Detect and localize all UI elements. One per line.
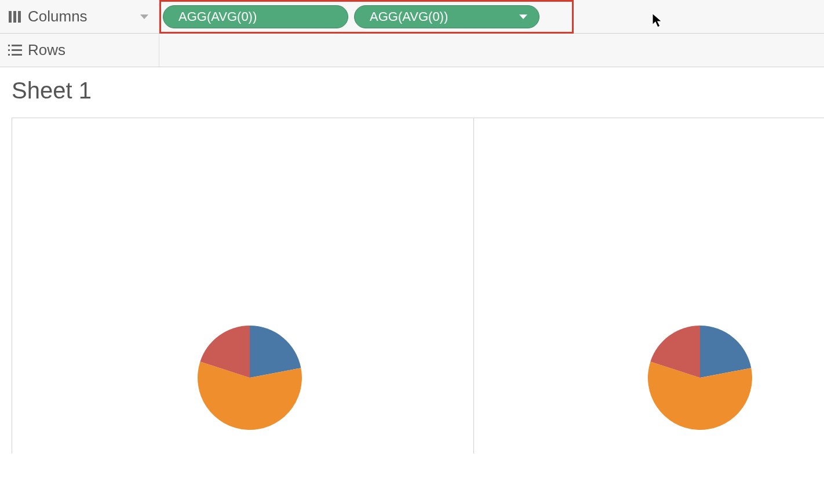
pill-agg-avg-0[interactable]: AGG(AVG(0)) [354, 5, 539, 28]
svg-rect-7 [8, 54, 10, 56]
viz-row [12, 118, 824, 454]
rows-shelf-label: Rows [28, 41, 65, 59]
rows-icon [8, 43, 22, 57]
cursor-icon [652, 13, 665, 31]
pie-chart[interactable] [198, 326, 302, 430]
svg-rect-1 [13, 11, 16, 23]
columns-shelf: Columns AGG(AVG(0)) AGG(AVG(0)) [0, 0, 824, 34]
pill-label: AGG(AVG(0)) [178, 9, 257, 24]
sheet-area: Sheet 1 [0, 67, 824, 454]
viz-pane-1[interactable] [12, 118, 473, 454]
columns-pill-zone[interactable]: AGG(AVG(0)) AGG(AVG(0)) [159, 0, 824, 33]
svg-rect-8 [12, 54, 22, 56]
rows-shelf-label-zone[interactable]: Rows [0, 34, 159, 67]
pill-agg-avg-0[interactable]: AGG(AVG(0)) [163, 5, 348, 28]
columns-icon [8, 10, 22, 24]
svg-rect-0 [9, 11, 12, 23]
columns-shelf-label-zone[interactable]: Columns [0, 0, 159, 33]
svg-rect-2 [18, 11, 21, 23]
sheet-title[interactable]: Sheet 1 [12, 78, 824, 104]
svg-rect-3 [8, 45, 10, 46]
chevron-down-icon[interactable] [519, 14, 527, 19]
svg-rect-5 [8, 49, 10, 51]
pill-label: AGG(AVG(0)) [370, 9, 448, 24]
chevron-down-icon[interactable] [140, 14, 148, 19]
svg-rect-6 [12, 49, 22, 51]
rows-shelf: Rows [0, 34, 824, 67]
svg-rect-4 [12, 45, 22, 46]
rows-pill-zone[interactable] [159, 34, 824, 67]
pie-slice[interactable] [648, 361, 752, 430]
columns-shelf-label: Columns [28, 8, 87, 25]
viz-pane-2[interactable] [473, 118, 824, 454]
pie-chart[interactable] [648, 326, 752, 430]
pie-slice[interactable] [198, 361, 302, 430]
